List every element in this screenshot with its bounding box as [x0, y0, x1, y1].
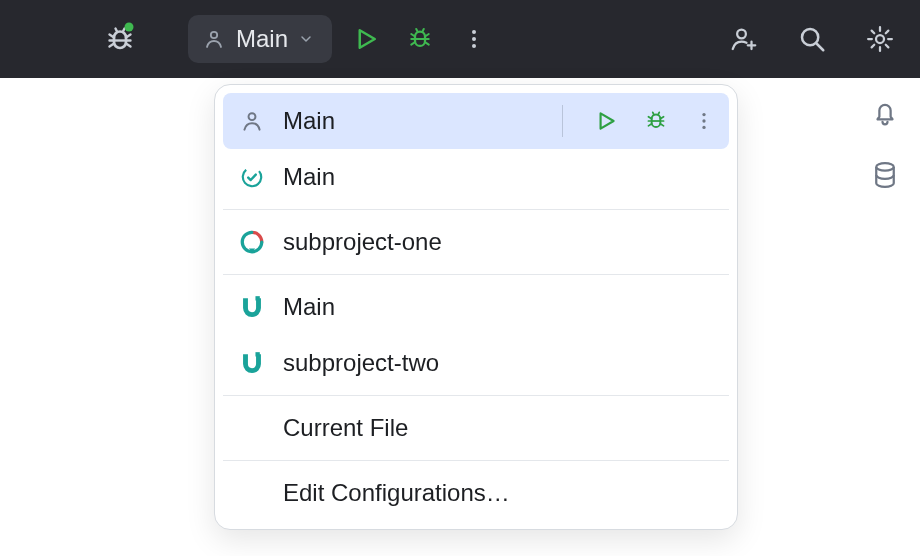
u-teal-icon [237, 294, 267, 320]
dropdown-item-label: subproject-one [283, 228, 442, 256]
right-sidebar [850, 78, 920, 556]
dropdown-divider [223, 274, 729, 275]
notifications-icon[interactable] [870, 98, 900, 128]
more-icon[interactable] [693, 110, 715, 132]
svg-point-8 [876, 163, 894, 171]
dropdown-item[interactable]: Main [223, 149, 729, 205]
dropdown-item-actions [562, 105, 715, 137]
svg-point-5 [737, 30, 746, 39]
dropdown-item[interactable]: Main [223, 279, 729, 335]
toolbar: Main [0, 0, 920, 78]
svg-point-0 [125, 23, 134, 32]
add-user-icon[interactable] [724, 19, 764, 59]
app-person-icon [202, 27, 226, 51]
dropdown-item-label: Main [283, 163, 335, 191]
svg-point-1 [211, 32, 217, 38]
dropdown-item-label: Main [283, 107, 335, 135]
dropdown-item[interactable]: subproject-two [223, 335, 729, 391]
code-with-me-bug-icon[interactable] [100, 19, 140, 59]
dropdown-item-label: Edit Configurations… [283, 479, 510, 507]
spring-check-icon [237, 164, 267, 190]
dropdown-item[interactable]: Edit Configurations… [223, 465, 729, 521]
svg-point-2 [472, 30, 476, 34]
database-icon[interactable] [870, 160, 900, 190]
run-config-dropdown: MainMainsubproject-oneMainsubproject-two… [214, 84, 738, 530]
svg-point-3 [472, 37, 476, 41]
debug-icon[interactable] [643, 108, 669, 134]
dropdown-item[interactable]: Main [223, 93, 729, 149]
more-actions-button[interactable] [454, 19, 494, 59]
svg-point-4 [472, 44, 476, 48]
debug-button[interactable] [400, 19, 440, 59]
dropdown-divider [223, 395, 729, 396]
run-button[interactable] [346, 19, 386, 59]
run-config-selector[interactable]: Main [188, 15, 332, 63]
dropdown-divider [223, 209, 729, 210]
run-icon[interactable] [593, 108, 619, 134]
coverage-red-icon [237, 229, 267, 255]
dropdown-item[interactable]: Current File [223, 400, 729, 456]
u-teal-icon [237, 350, 267, 376]
svg-point-6 [802, 29, 818, 45]
svg-point-7 [876, 35, 884, 43]
gear-icon[interactable] [860, 19, 900, 59]
run-config-label: Main [236, 25, 288, 53]
chevron-down-icon [298, 31, 314, 47]
dropdown-item-label: subproject-two [283, 349, 439, 377]
app-person-icon [237, 108, 267, 134]
dropdown-divider [223, 460, 729, 461]
dropdown-item[interactable]: subproject-one [223, 214, 729, 270]
search-icon[interactable] [792, 19, 832, 59]
dropdown-item-label: Current File [283, 414, 408, 442]
dropdown-item-label: Main [283, 293, 335, 321]
separator [562, 105, 563, 137]
